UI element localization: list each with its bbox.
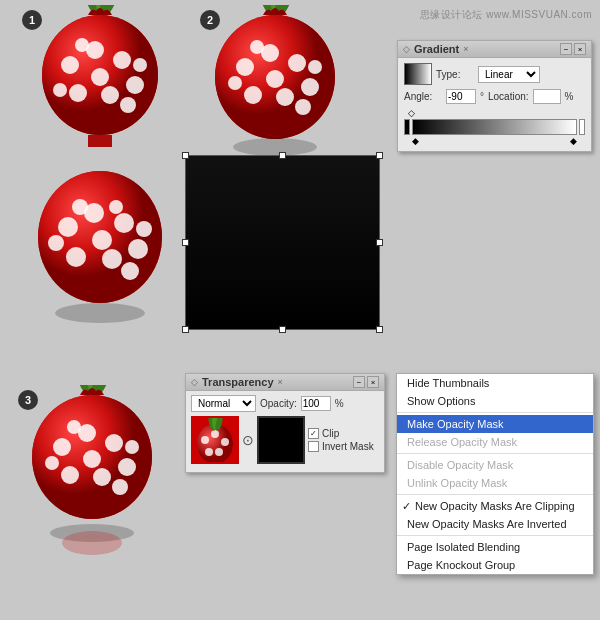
menu-disable-opacity-mask: Disable Opacity Mask [397, 456, 593, 474]
svg-point-47 [250, 40, 264, 54]
watermark: 思缘设计论坛 www.MISSVUAN.com [420, 8, 592, 22]
selection-handle-tm[interactable] [279, 152, 286, 159]
svg-point-48 [233, 138, 317, 156]
bottom-stop-left[interactable]: ◆ [412, 136, 419, 146]
location-label: Location: [488, 91, 529, 102]
svg-point-39 [288, 54, 306, 72]
svg-point-70 [211, 430, 219, 438]
pomegranate-1 [20, 5, 180, 367]
percent-label: % [565, 91, 574, 102]
menu-make-opacity-mask[interactable]: Make Opacity Mask [397, 415, 593, 433]
gradient-editor: ◇ ◆ ◆ [404, 108, 585, 146]
panel-close-button[interactable]: × [574, 43, 586, 55]
svg-point-64 [67, 420, 81, 434]
top-stop-diamond[interactable]: ◇ [408, 108, 415, 118]
selection-handle-tl[interactable] [182, 152, 189, 159]
svg-point-28 [121, 262, 139, 280]
selection-handle-mr[interactable] [376, 239, 383, 246]
svg-point-46 [295, 99, 311, 115]
menu-separator-4 [397, 535, 593, 536]
selection-handle-tr[interactable] [376, 152, 383, 159]
opacity-label: Opacity: [260, 398, 297, 409]
blend-mode-select[interactable]: Normal Multiply Screen [191, 395, 256, 412]
gradient-panel-body: Type: Linear Radial Angle: ° Location: %… [398, 58, 591, 151]
canvas-area: 思缘设计论坛 www.MISSVUAN.com [0, 0, 600, 620]
svg-point-54 [53, 438, 71, 456]
svg-point-14 [120, 97, 136, 113]
gradient-bar[interactable] [412, 119, 577, 135]
menu-page-isolated[interactable]: Page Isolated Blending [397, 538, 593, 556]
menu-show-options[interactable]: Show Options [397, 392, 593, 410]
transparency-panel: ◇ Transparency × − × Normal Multiply Scr… [185, 373, 385, 473]
menu-hide-thumbnails[interactable]: Hide Thumbnails [397, 374, 593, 392]
location-input[interactable] [533, 89, 561, 104]
gradient-bar-left-box[interactable] [404, 119, 410, 135]
step-1-badge: 1 [22, 10, 42, 30]
selection-handle-ml[interactable] [182, 239, 189, 246]
pomegranate-3 [15, 385, 170, 602]
gradient-panel-diamond-icon: ◇ [403, 44, 410, 54]
trans-panel-minimize-button[interactable]: − [353, 376, 365, 388]
menu-page-knockout[interactable]: Page Knockout Group [397, 556, 593, 574]
gradient-rectangle [185, 155, 380, 330]
type-label: Type: [436, 69, 474, 80]
svg-point-26 [48, 235, 64, 251]
svg-point-42 [244, 86, 262, 104]
gradient-type-select[interactable]: Linear Radial [478, 66, 540, 83]
clip-checkbox[interactable] [308, 428, 319, 439]
svg-point-57 [118, 458, 136, 476]
panel-minimize-button[interactable]: − [560, 43, 572, 55]
gradient-title-area: ◇ Gradient × [403, 43, 469, 55]
menu-release-opacity-mask: Release Opacity Mask [397, 433, 593, 451]
gradient-bar-right-box[interactable] [579, 119, 585, 135]
svg-point-10 [69, 84, 87, 102]
gradient-panel-tab-x: × [463, 44, 468, 54]
thumbnail-row: ⊙ Clip Invert Mask [191, 416, 379, 464]
panel-controls: − × [560, 43, 586, 55]
step-3-badge: 3 [18, 390, 38, 410]
svg-point-25 [92, 230, 112, 250]
selection-handle-br[interactable] [376, 326, 383, 333]
trans-panel-diamond-icon: ◇ [191, 377, 198, 387]
svg-point-40 [301, 78, 319, 96]
menu-new-masks-inverted[interactable]: New Opacity Masks Are Inverted [397, 515, 593, 533]
svg-point-59 [61, 466, 79, 484]
selection-handle-bm[interactable] [279, 326, 286, 333]
svg-point-45 [308, 60, 322, 74]
svg-point-62 [125, 440, 139, 454]
menu-separator-1 [397, 412, 593, 413]
top-stops: ◇ [404, 108, 585, 118]
opacity-input[interactable] [301, 396, 331, 411]
svg-point-72 [215, 448, 223, 456]
svg-point-5 [61, 56, 79, 74]
invert-mask-option[interactable]: Invert Mask [308, 441, 374, 452]
svg-point-44 [228, 76, 242, 90]
invert-mask-checkbox[interactable] [308, 441, 319, 452]
svg-point-12 [53, 83, 67, 97]
menu-new-masks-clipping[interactable]: ✓ New Opacity Masks Are Clipping [397, 497, 593, 515]
context-menu: Hide Thumbnails Show Options Make Opacit… [396, 373, 594, 575]
svg-point-61 [45, 456, 59, 470]
svg-point-23 [102, 249, 122, 269]
svg-point-58 [93, 468, 111, 486]
angle-input[interactable] [446, 89, 476, 104]
mask-thumbnail[interactable] [257, 416, 305, 464]
svg-point-8 [126, 76, 144, 94]
selection-handle-bl[interactable] [182, 326, 189, 333]
svg-point-15 [75, 38, 89, 52]
clip-option[interactable]: Clip [308, 428, 374, 439]
chain-link-icon[interactable]: ⊙ [242, 432, 254, 448]
layer-thumbnail[interactable] [191, 416, 239, 464]
step-2-badge: 2 [200, 10, 220, 30]
gradient-type-row: Type: Linear Radial [404, 63, 585, 85]
gradient-swatch[interactable] [404, 63, 432, 85]
svg-point-13 [133, 58, 147, 72]
bottom-stop-right[interactable]: ◆ [570, 136, 577, 146]
transparency-body: Normal Multiply Screen Opacity: % [186, 391, 384, 472]
svg-point-29 [72, 199, 88, 215]
menu-separator-3 [397, 494, 593, 495]
transparency-panel-title: Transparency [202, 376, 274, 388]
svg-point-22 [128, 239, 148, 259]
trans-panel-close-button[interactable]: × [367, 376, 379, 388]
checkbox-area: Clip Invert Mask [308, 428, 374, 452]
